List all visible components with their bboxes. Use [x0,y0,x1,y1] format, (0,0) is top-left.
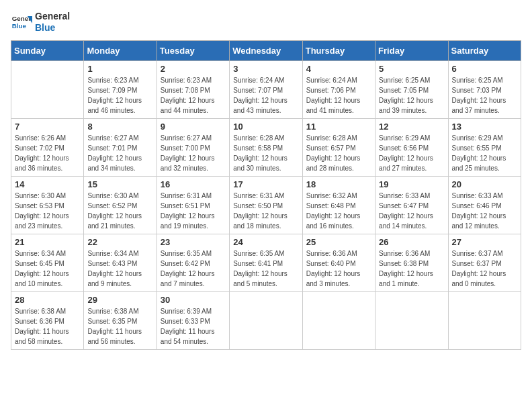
day-number: 27 [452,237,517,247]
calendar-cell: 30Sunrise: 6:39 AMSunset: 6:33 PMDayligh… [157,291,229,349]
day-number: 22 [87,237,152,247]
day-number: 5 [379,64,444,74]
logo: General Blue General Blue [11,11,70,34]
day-info: Sunrise: 6:35 AMSunset: 6:41 PMDaylight:… [233,248,298,289]
calendar-cell: 9Sunrise: 6:27 AMSunset: 7:00 PMDaylight… [157,118,229,176]
day-info: Sunrise: 6:39 AMSunset: 6:33 PMDaylight:… [161,306,226,347]
day-info: Sunrise: 6:38 AMSunset: 6:35 PMDaylight:… [87,306,152,347]
calendar-cell: 20Sunrise: 6:33 AMSunset: 6:46 PMDayligh… [448,176,521,234]
week-row-4: 21Sunrise: 6:34 AMSunset: 6:45 PMDayligh… [11,234,521,291]
day-number: 20 [452,179,517,189]
day-number: 2 [161,64,226,74]
weekday-header-wednesday: Wednesday [230,40,302,60]
weekday-header-thursday: Thursday [302,40,375,60]
day-info: Sunrise: 6:30 AMSunset: 6:52 PMDaylight:… [87,191,152,231]
day-info: Sunrise: 6:23 AMSunset: 7:09 PMDaylight:… [87,75,152,116]
logo-general-text: General [35,11,70,22]
day-number: 12 [379,122,444,132]
calendar-cell: 11Sunrise: 6:28 AMSunset: 6:57 PMDayligh… [302,118,375,176]
day-number: 18 [306,179,371,189]
day-number: 13 [452,122,517,132]
week-row-3: 14Sunrise: 6:30 AMSunset: 6:53 PMDayligh… [11,176,521,234]
weekday-header-friday: Friday [375,40,448,60]
calendar-cell [375,291,448,349]
day-info: Sunrise: 6:36 AMSunset: 6:38 PMDaylight:… [379,248,444,289]
day-number: 28 [15,295,80,305]
calendar-cell: 5Sunrise: 6:25 AMSunset: 7:05 PMDaylight… [375,60,448,118]
day-number: 6 [452,64,517,74]
day-number: 26 [379,237,444,247]
logo-icon: General Blue [11,11,32,33]
day-number: 25 [306,237,371,247]
calendar-cell: 13Sunrise: 6:29 AMSunset: 6:55 PMDayligh… [448,118,521,176]
day-number: 15 [87,179,152,189]
calendar-cell: 7Sunrise: 6:26 AMSunset: 7:02 PMDaylight… [11,118,84,176]
day-info: Sunrise: 6:34 AMSunset: 6:45 PMDaylight:… [15,248,80,289]
day-info: Sunrise: 6:24 AMSunset: 7:07 PMDaylight:… [233,75,298,116]
day-number: 19 [379,179,444,189]
calendar-cell: 25Sunrise: 6:36 AMSunset: 6:40 PMDayligh… [302,234,375,291]
weekday-header-sunday: Sunday [11,40,84,60]
calendar-cell: 18Sunrise: 6:32 AMSunset: 6:48 PMDayligh… [302,176,375,234]
day-info: Sunrise: 6:28 AMSunset: 6:58 PMDaylight:… [233,133,298,173]
week-row-5: 28Sunrise: 6:38 AMSunset: 6:36 PMDayligh… [11,291,521,349]
calendar-cell: 4Sunrise: 6:24 AMSunset: 7:06 PMDaylight… [302,60,375,118]
calendar-cell: 19Sunrise: 6:33 AMSunset: 6:47 PMDayligh… [375,176,448,234]
calendar-cell: 27Sunrise: 6:37 AMSunset: 6:37 PMDayligh… [448,234,521,291]
day-info: Sunrise: 6:36 AMSunset: 6:40 PMDaylight:… [306,248,371,289]
calendar-cell: 21Sunrise: 6:34 AMSunset: 6:45 PMDayligh… [11,234,84,291]
day-info: Sunrise: 6:29 AMSunset: 6:56 PMDaylight:… [379,133,444,173]
calendar-cell: 6Sunrise: 6:25 AMSunset: 7:03 PMDaylight… [448,60,521,118]
week-row-2: 7Sunrise: 6:26 AMSunset: 7:02 PMDaylight… [11,118,521,176]
day-number: 3 [233,64,298,74]
day-info: Sunrise: 6:27 AMSunset: 7:00 PMDaylight:… [161,133,226,173]
day-info: Sunrise: 6:33 AMSunset: 6:47 PMDaylight:… [379,191,444,231]
weekday-header-row: SundayMondayTuesdayWednesdayThursdayFrid… [11,40,521,60]
calendar-cell: 23Sunrise: 6:35 AMSunset: 6:42 PMDayligh… [157,234,229,291]
day-number: 9 [161,122,226,132]
day-info: Sunrise: 6:27 AMSunset: 7:01 PMDaylight:… [87,133,152,173]
calendar-cell: 22Sunrise: 6:34 AMSunset: 6:43 PMDayligh… [84,234,157,291]
day-number: 7 [15,122,80,132]
calendar-cell: 15Sunrise: 6:30 AMSunset: 6:52 PMDayligh… [84,176,157,234]
day-info: Sunrise: 6:28 AMSunset: 6:57 PMDaylight:… [306,133,371,173]
day-info: Sunrise: 6:30 AMSunset: 6:53 PMDaylight:… [15,191,80,231]
day-info: Sunrise: 6:25 AMSunset: 7:05 PMDaylight:… [379,75,444,116]
day-info: Sunrise: 6:29 AMSunset: 6:55 PMDaylight:… [452,133,517,173]
day-number: 14 [15,179,80,189]
day-number: 21 [15,237,80,247]
week-row-1: 1Sunrise: 6:23 AMSunset: 7:09 PMDaylight… [11,60,521,118]
calendar-cell: 3Sunrise: 6:24 AMSunset: 7:07 PMDaylight… [230,60,302,118]
calendar-cell: 10Sunrise: 6:28 AMSunset: 6:58 PMDayligh… [230,118,302,176]
day-number: 4 [306,64,371,74]
calendar-cell: 8Sunrise: 6:27 AMSunset: 7:01 PMDaylight… [84,118,157,176]
day-number: 11 [306,122,371,132]
calendar-cell: 29Sunrise: 6:38 AMSunset: 6:35 PMDayligh… [84,291,157,349]
day-number: 8 [87,122,152,132]
day-number: 17 [233,179,298,189]
day-number: 1 [87,64,152,74]
calendar-cell [302,291,375,349]
weekday-header-saturday: Saturday [448,40,521,60]
day-number: 30 [161,295,226,305]
day-number: 23 [161,237,226,247]
day-info: Sunrise: 6:31 AMSunset: 6:50 PMDaylight:… [233,191,298,231]
calendar-cell: 16Sunrise: 6:31 AMSunset: 6:51 PMDayligh… [157,176,229,234]
calendar-cell [230,291,302,349]
svg-text:Blue: Blue [12,22,27,30]
day-info: Sunrise: 6:33 AMSunset: 6:46 PMDaylight:… [452,191,517,231]
calendar-cell: 17Sunrise: 6:31 AMSunset: 6:50 PMDayligh… [230,176,302,234]
day-info: Sunrise: 6:37 AMSunset: 6:37 PMDaylight:… [452,248,517,289]
day-info: Sunrise: 6:32 AMSunset: 6:48 PMDaylight:… [306,191,371,231]
calendar-table: SundayMondayTuesdayWednesdayThursdayFrid… [11,40,521,350]
day-number: 10 [233,122,298,132]
day-info: Sunrise: 6:31 AMSunset: 6:51 PMDaylight:… [161,191,226,231]
day-number: 29 [87,295,152,305]
day-info: Sunrise: 6:34 AMSunset: 6:43 PMDaylight:… [87,248,152,289]
weekday-header-monday: Monday [84,40,157,60]
day-info: Sunrise: 6:38 AMSunset: 6:36 PMDaylight:… [15,306,80,347]
day-info: Sunrise: 6:35 AMSunset: 6:42 PMDaylight:… [161,248,226,289]
calendar-cell [11,60,84,118]
logo-blue-text: Blue [35,22,70,34]
day-info: Sunrise: 6:26 AMSunset: 7:02 PMDaylight:… [15,133,80,173]
